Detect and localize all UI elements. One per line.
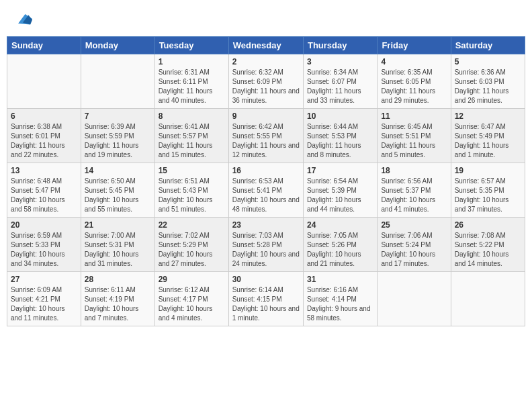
day-number: 17 — [307, 166, 373, 175]
day-info: Sunrise: 7:06 AM Sunset: 5:24 PM Dayligh… — [381, 231, 447, 269]
logo-icon — [13, 9, 32, 28]
weekday-header-saturday: Saturday — [451, 37, 525, 54]
calendar-cell: 27Sunrise: 6:09 AM Sunset: 4:21 PM Dayli… — [7, 272, 81, 326]
day-number: 14 — [85, 166, 151, 175]
day-info: Sunrise: 6:34 AM Sunset: 6:07 PM Dayligh… — [307, 68, 373, 105]
day-info: Sunrise: 6:14 AM Sunset: 4:15 PM Dayligh… — [232, 285, 300, 323]
day-number: 21 — [85, 220, 151, 230]
day-number: 19 — [455, 166, 521, 175]
day-info: Sunrise: 6:41 AM Sunset: 5:57 PM Dayligh… — [159, 122, 225, 160]
weekday-header-monday: Monday — [81, 37, 154, 54]
day-info: Sunrise: 6:59 AM Sunset: 5:33 PM Dayligh… — [11, 231, 77, 269]
calendar-cell: 23Sunrise: 7:03 AM Sunset: 5:28 PM Dayli… — [228, 218, 303, 272]
day-number: 3 — [307, 57, 373, 66]
day-info: Sunrise: 7:08 AM Sunset: 5:22 PM Dayligh… — [455, 231, 521, 269]
calendar-cell: 24Sunrise: 7:05 AM Sunset: 5:26 PM Dayli… — [303, 218, 377, 272]
calendar-cell: 9Sunrise: 6:42 AM Sunset: 5:55 PM Daylig… — [228, 109, 303, 163]
day-info: Sunrise: 6:16 AM Sunset: 4:14 PM Dayligh… — [307, 285, 373, 323]
day-number: 10 — [307, 111, 373, 121]
weekday-header-row: SundayMondayTuesdayWednesdayThursdayFrid… — [7, 37, 525, 54]
day-number: 31 — [307, 275, 373, 284]
calendar-cell: 6Sunrise: 6:38 AM Sunset: 6:01 PM Daylig… — [7, 109, 81, 163]
day-info: Sunrise: 6:38 AM Sunset: 6:01 PM Dayligh… — [11, 122, 77, 160]
day-info: Sunrise: 6:45 AM Sunset: 5:51 PM Dayligh… — [381, 122, 447, 160]
day-info: Sunrise: 7:03 AM Sunset: 5:28 PM Dayligh… — [232, 231, 300, 269]
day-number: 1 — [159, 57, 225, 66]
day-info: Sunrise: 6:57 AM Sunset: 5:35 PM Dayligh… — [455, 177, 521, 214]
calendar-cell: 12Sunrise: 6:47 AM Sunset: 5:49 PM Dayli… — [451, 109, 525, 163]
day-number: 8 — [159, 111, 225, 121]
day-info: Sunrise: 7:05 AM Sunset: 5:26 PM Dayligh… — [307, 231, 373, 269]
calendar-cell: 28Sunrise: 6:11 AM Sunset: 4:19 PM Dayli… — [81, 272, 154, 326]
weekday-header-thursday: Thursday — [303, 37, 377, 54]
day-number: 6 — [11, 111, 77, 121]
day-number: 20 — [11, 220, 77, 230]
calendar-cell — [378, 272, 451, 326]
day-number: 26 — [455, 220, 521, 230]
day-info: Sunrise: 6:39 AM Sunset: 5:59 PM Dayligh… — [85, 122, 151, 160]
day-info: Sunrise: 6:35 AM Sunset: 6:05 PM Dayligh… — [381, 68, 447, 105]
weekday-header-tuesday: Tuesday — [154, 37, 228, 54]
day-info: Sunrise: 7:00 AM Sunset: 5:31 PM Dayligh… — [85, 231, 151, 269]
day-number: 11 — [381, 111, 447, 121]
day-number: 30 — [232, 275, 300, 284]
day-number: 23 — [232, 220, 300, 230]
day-number: 24 — [307, 220, 373, 230]
calendar-table: SundayMondayTuesdayWednesdayThursdayFrid… — [7, 36, 525, 326]
calendar-cell: 2Sunrise: 6:32 AM Sunset: 6:09 PM Daylig… — [228, 54, 303, 109]
calendar-cell: 26Sunrise: 7:08 AM Sunset: 5:22 PM Dayli… — [451, 218, 525, 272]
calendar-cell: 22Sunrise: 7:02 AM Sunset: 5:29 PM Dayli… — [154, 218, 228, 272]
calendar-cell: 20Sunrise: 6:59 AM Sunset: 5:33 PM Dayli… — [7, 218, 81, 272]
day-number: 25 — [381, 220, 447, 230]
calendar-week-4: 20Sunrise: 6:59 AM Sunset: 5:33 PM Dayli… — [7, 218, 525, 272]
day-info: Sunrise: 6:56 AM Sunset: 5:37 PM Dayligh… — [381, 177, 447, 214]
calendar-week-3: 13Sunrise: 6:48 AM Sunset: 5:47 PM Dayli… — [7, 163, 525, 218]
day-info: Sunrise: 6:54 AM Sunset: 5:39 PM Dayligh… — [307, 177, 373, 214]
calendar-cell: 7Sunrise: 6:39 AM Sunset: 5:59 PM Daylig… — [81, 109, 154, 163]
day-info: Sunrise: 6:50 AM Sunset: 5:45 PM Dayligh… — [85, 177, 151, 214]
calendar-cell — [81, 54, 154, 109]
calendar-week-2: 6Sunrise: 6:38 AM Sunset: 6:01 PM Daylig… — [7, 109, 525, 163]
day-number: 18 — [381, 166, 447, 175]
calendar-cell: 3Sunrise: 6:34 AM Sunset: 6:07 PM Daylig… — [303, 54, 377, 109]
day-number: 27 — [11, 275, 77, 284]
calendar-cell: 13Sunrise: 6:48 AM Sunset: 5:47 PM Dayli… — [7, 163, 81, 218]
weekday-header-friday: Friday — [378, 37, 451, 54]
day-info: Sunrise: 6:11 AM Sunset: 4:19 PM Dayligh… — [85, 285, 151, 323]
calendar-cell: 17Sunrise: 6:54 AM Sunset: 5:39 PM Dayli… — [303, 163, 377, 218]
calendar-cell — [451, 272, 525, 326]
calendar-cell: 29Sunrise: 6:12 AM Sunset: 4:17 PM Dayli… — [154, 272, 228, 326]
day-info: Sunrise: 6:51 AM Sunset: 5:43 PM Dayligh… — [159, 177, 225, 214]
calendar-cell: 5Sunrise: 6:36 AM Sunset: 6:03 PM Daylig… — [451, 54, 525, 109]
weekday-header-wednesday: Wednesday — [228, 37, 303, 54]
calendar-cell: 1Sunrise: 6:31 AM Sunset: 6:11 PM Daylig… — [154, 54, 228, 109]
calendar-cell: 31Sunrise: 6:16 AM Sunset: 4:14 PM Dayli… — [303, 272, 377, 326]
day-number: 15 — [159, 166, 225, 175]
day-number: 4 — [381, 57, 447, 66]
calendar-cell: 8Sunrise: 6:41 AM Sunset: 5:57 PM Daylig… — [154, 109, 228, 163]
day-info: Sunrise: 6:36 AM Sunset: 6:03 PM Dayligh… — [455, 68, 521, 105]
calendar-cell: 14Sunrise: 6:50 AM Sunset: 5:45 PM Dayli… — [81, 163, 154, 218]
calendar-cell: 10Sunrise: 6:44 AM Sunset: 5:53 PM Dayli… — [303, 109, 377, 163]
day-info: Sunrise: 6:32 AM Sunset: 6:09 PM Dayligh… — [232, 68, 300, 105]
day-number: 12 — [455, 111, 521, 121]
day-number: 9 — [232, 111, 300, 121]
calendar-week-5: 27Sunrise: 6:09 AM Sunset: 4:21 PM Dayli… — [7, 272, 525, 326]
day-info: Sunrise: 6:09 AM Sunset: 4:21 PM Dayligh… — [11, 285, 77, 323]
day-info: Sunrise: 6:12 AM Sunset: 4:17 PM Dayligh… — [159, 285, 225, 323]
calendar-cell: 30Sunrise: 6:14 AM Sunset: 4:15 PM Dayli… — [228, 272, 303, 326]
day-info: Sunrise: 6:47 AM Sunset: 5:49 PM Dayligh… — [455, 122, 521, 160]
day-info: Sunrise: 7:02 AM Sunset: 5:29 PM Dayligh… — [159, 231, 225, 269]
day-number: 22 — [159, 220, 225, 230]
calendar-cell: 16Sunrise: 6:53 AM Sunset: 5:41 PM Dayli… — [228, 163, 303, 218]
day-info: Sunrise: 6:31 AM Sunset: 6:11 PM Dayligh… — [159, 68, 225, 105]
calendar-cell: 21Sunrise: 7:00 AM Sunset: 5:31 PM Dayli… — [81, 218, 154, 272]
day-number: 5 — [455, 57, 521, 66]
day-info: Sunrise: 6:44 AM Sunset: 5:53 PM Dayligh… — [307, 122, 373, 160]
calendar-cell: 25Sunrise: 7:06 AM Sunset: 5:24 PM Dayli… — [378, 218, 451, 272]
calendar-cell — [7, 54, 81, 109]
page-header — [7, 7, 525, 31]
day-number: 2 — [232, 57, 300, 66]
calendar-cell: 15Sunrise: 6:51 AM Sunset: 5:43 PM Dayli… — [154, 163, 228, 218]
day-info: Sunrise: 6:53 AM Sunset: 5:41 PM Dayligh… — [232, 177, 300, 214]
